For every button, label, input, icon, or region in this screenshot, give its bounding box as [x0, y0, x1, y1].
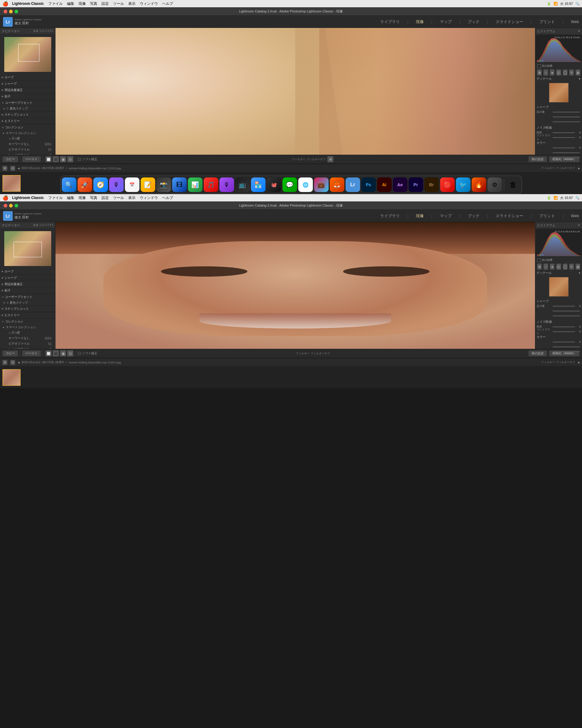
menu-settings-2[interactable]: 設定	[102, 196, 109, 201]
detail-chevron-2[interactable]: ▼	[578, 272, 581, 275]
apple-menu[interactable]: 🍎	[2, 1, 8, 7]
color-slider[interactable]	[553, 148, 575, 148]
filmstrip-item-2[interactable]	[2, 369, 21, 386]
paste-settings-btn-2[interactable]: ペースト	[22, 350, 41, 357]
crop-tool-2[interactable]: ⊞	[537, 264, 542, 270]
collection-video[interactable]: ビデオファイル 51	[1, 147, 54, 152]
history-header[interactable]: ヒストリー	[0, 118, 55, 124]
view-11-2[interactable]: 1:1	[45, 223, 49, 227]
menu-help-2[interactable]: ヘルプ	[162, 196, 173, 201]
soft-light-checkbox[interactable]	[78, 158, 81, 161]
sharp-slider-2b[interactable]	[553, 311, 580, 312]
color-slider-2c[interactable]	[553, 351, 580, 352]
menu-file-2[interactable]: ファイル	[48, 196, 63, 201]
menu-edit[interactable]: 編集	[67, 1, 74, 6]
radial-filter-tool-2[interactable]: ◯	[563, 264, 567, 270]
dock-pr[interactable]: Pr	[409, 178, 423, 192]
collections-header-2[interactable]: コレクション	[0, 318, 55, 324]
color-slider-2b[interactable]	[553, 346, 580, 347]
sharp-slider-2c[interactable]	[553, 315, 580, 316]
view-all-2[interactable]: 全体	[33, 223, 38, 227]
radial-filter-tool[interactable]: ◯	[563, 70, 567, 76]
brush-tool-2[interactable]: ✎	[569, 264, 574, 270]
dock-chrome[interactable]: 🌐	[298, 178, 313, 192]
dock-lr[interactable]: Lr	[345, 178, 360, 192]
tab-slideshow-2[interactable]: スライドショー	[496, 213, 523, 219]
menu-develop[interactable]: 現像	[79, 1, 86, 6]
menu-develop-2[interactable]: 現像	[79, 196, 86, 201]
view-11[interactable]: 1:1	[45, 29, 49, 33]
dock-br[interactable]: Br	[424, 178, 439, 192]
tab-book-2[interactable]: ブック	[468, 213, 479, 219]
compare-view-icon-2[interactable]: ⬛	[53, 350, 59, 357]
search-icon[interactable]: 🔍	[575, 2, 580, 6]
menu-settings[interactable]: 設定	[102, 1, 109, 6]
preset-summer[interactable]: ① 夏色スナップ	[0, 106, 55, 111]
grain-header[interactable]: 粒子	[0, 94, 55, 100]
tab-web-2[interactable]: Web	[571, 213, 579, 218]
dock-appstore[interactable]: 🏪	[251, 178, 266, 192]
menu-tools[interactable]: ツール	[113, 1, 124, 6]
noise-slider-2a[interactable]	[553, 327, 575, 327]
filter-status[interactable]: フィルターオフ	[556, 166, 575, 170]
dock-ff2[interactable]: 🔥	[472, 178, 486, 192]
dock-firefox[interactable]: 🦊	[330, 178, 344, 192]
tab-library-2[interactable]: ライブラリ	[380, 213, 400, 219]
dock-numbers[interactable]: 📊	[188, 178, 202, 192]
menu-window-2[interactable]: ウィンドウ	[140, 196, 158, 201]
vignette-header-2[interactable]: 周辺光量補正	[0, 281, 55, 287]
collections-header[interactable]: コレクション	[0, 124, 55, 130]
histogram-chevron[interactable]: ▼	[578, 30, 580, 32]
redeye-tool[interactable]: ●	[550, 70, 554, 76]
sharp-slider-3[interactable]	[553, 121, 580, 122]
curve-header-2[interactable]: カーブ	[0, 268, 55, 275]
dock-safari[interactable]: 🧭	[93, 178, 108, 192]
survey-view-icon[interactable]: ▦	[60, 156, 66, 162]
light-effects-checkbox-2[interactable]	[537, 258, 541, 262]
app-name-menu-2[interactable]: Lightroom Classic	[12, 196, 44, 200]
close-button[interactable]	[4, 10, 7, 14]
sharp-slider-2[interactable]	[553, 116, 580, 118]
before-after-icon-2[interactable]: ⊡	[67, 350, 73, 357]
tab-develop[interactable]: 現像	[416, 19, 424, 25]
spot-tool-2[interactable]: ○	[544, 264, 548, 270]
collection-red[interactable]: レッドのラベル 0	[1, 152, 54, 155]
close-button-2[interactable]	[4, 204, 7, 207]
view-3to1[interactable]: 3:1	[49, 29, 53, 33]
dock-finder[interactable]: 🔍	[62, 178, 76, 192]
search-icon-2[interactable]: 🔍	[575, 196, 580, 200]
sharp-header-2[interactable]: シャープ	[0, 275, 55, 281]
minimize-button-2[interactable]	[9, 204, 13, 207]
loupe-view-icon[interactable]: ⬜	[46, 156, 52, 162]
nav-prev[interactable]: ◀	[18, 167, 20, 170]
menu-window[interactable]: ウィンドウ	[140, 1, 158, 6]
filmstrip-item-1[interactable]	[2, 175, 21, 192]
maximize-button-2[interactable]	[15, 204, 18, 207]
detail-chevron[interactable]: ▼	[578, 78, 581, 80]
menu-photo[interactable]: 写真	[90, 1, 97, 6]
filter-off-label-2[interactable]: フィルターオフ	[311, 352, 330, 356]
dock-other[interactable]: ⚙	[488, 178, 502, 192]
dock-ps[interactable]: Ps	[361, 178, 376, 192]
noise-slider-2[interactable]	[553, 137, 575, 138]
dock-podcast[interactable]: 🎙	[219, 178, 234, 192]
dock-tv[interactable]: 📺	[235, 178, 250, 192]
tab-slideshow[interactable]: スライドショー	[496, 19, 523, 25]
dock-line[interactable]: 💬	[282, 178, 297, 192]
tab-develop-2[interactable]: 現像	[416, 213, 424, 219]
color-slider-2[interactable]	[553, 152, 580, 153]
prev-setting-btn[interactable]: 前の設定	[528, 156, 547, 162]
range-mask-tool[interactable]: ▤	[576, 70, 580, 76]
soft-light-checkbox-2[interactable]	[78, 352, 81, 355]
compare-view-icon[interactable]: ⬛	[53, 156, 59, 162]
sharp-header[interactable]: シャープ	[0, 81, 55, 87]
minimize-button[interactable]	[9, 10, 13, 14]
history-header-2[interactable]: ヒストリー	[0, 312, 55, 318]
dock-launchpad[interactable]: 🚀	[78, 178, 92, 192]
grad-filter-tool-2[interactable]: ◫	[556, 264, 561, 270]
dock-ai[interactable]: Ai	[377, 178, 392, 192]
color-slider-3[interactable]	[553, 157, 580, 158]
menu-edit-2[interactable]: 編集	[67, 196, 74, 201]
dock-notes[interactable]: 📝	[141, 178, 155, 192]
menu-view-2[interactable]: 表示	[128, 196, 136, 201]
